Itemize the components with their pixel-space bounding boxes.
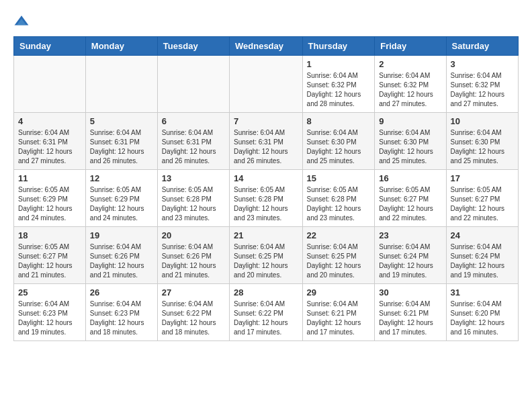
logo [13,13,32,30]
day-info: Sunrise: 6:05 AM Sunset: 6:27 PM Dayligh… [18,242,81,280]
calendar-day-25: 25Sunrise: 6:04 AM Sunset: 6:23 PM Dayli… [14,284,86,341]
day-number: 27 [162,287,225,298]
day-info: Sunrise: 6:05 AM Sunset: 6:29 PM Dayligh… [18,185,81,223]
day-number: 25 [18,287,81,298]
day-info: Sunrise: 6:05 AM Sunset: 6:29 PM Dayligh… [90,185,153,223]
day-number: 11 [18,173,81,183]
day-info: Sunrise: 6:04 AM Sunset: 6:31 PM Dayligh… [18,128,81,166]
calendar-day-19: 19Sunrise: 6:04 AM Sunset: 6:26 PM Dayli… [85,227,157,284]
day-info: Sunrise: 6:04 AM Sunset: 6:32 PM Dayligh… [379,71,441,109]
day-number: 23 [379,230,441,240]
day-info: Sunrise: 6:04 AM Sunset: 6:24 PM Dayligh… [451,242,514,280]
calendar-week-row: 11Sunrise: 6:05 AM Sunset: 6:29 PM Dayli… [14,170,519,227]
calendar-day-8: 8Sunrise: 6:04 AM Sunset: 6:30 PM Daylig… [302,113,375,170]
calendar-week-row: 4Sunrise: 6:04 AM Sunset: 6:31 PM Daylig… [14,113,519,170]
day-number: 17 [451,173,514,183]
calendar-day-2: 2Sunrise: 6:04 AM Sunset: 6:32 PM Daylig… [375,56,446,113]
day-number: 16 [379,173,441,183]
day-number: 9 [379,116,441,126]
calendar-day-31: 31Sunrise: 6:04 AM Sunset: 6:20 PM Dayli… [446,284,518,341]
calendar-day-3: 3Sunrise: 6:04 AM Sunset: 6:32 PM Daylig… [446,56,518,113]
day-info: Sunrise: 6:04 AM Sunset: 6:25 PM Dayligh… [234,242,298,280]
day-info: Sunrise: 6:05 AM Sunset: 6:28 PM Dayligh… [162,185,225,223]
weekday-header-thursday: Thursday [302,37,375,56]
weekday-header-tuesday: Tuesday [157,37,229,56]
calendar-day-21: 21Sunrise: 6:04 AM Sunset: 6:25 PM Dayli… [230,227,303,284]
day-number: 3 [451,59,514,69]
calendar-table: SundayMondayTuesdayWednesdayThursdayFrid… [13,36,519,341]
calendar-day-empty [230,56,303,113]
calendar-day-29: 29Sunrise: 6:04 AM Sunset: 6:21 PM Dayli… [302,284,375,341]
day-number: 18 [18,230,81,240]
day-info: Sunrise: 6:04 AM Sunset: 6:31 PM Dayligh… [234,128,298,166]
calendar-day-1: 1Sunrise: 6:04 AM Sunset: 6:32 PM Daylig… [302,56,375,113]
day-number: 31 [451,287,514,298]
weekday-header-friday: Friday [375,37,446,56]
day-info: Sunrise: 6:04 AM Sunset: 6:21 PM Dayligh… [307,300,371,337]
calendar-day-15: 15Sunrise: 6:05 AM Sunset: 6:28 PM Dayli… [302,170,375,227]
calendar-day-empty [85,56,157,113]
calendar-day-7: 7Sunrise: 6:04 AM Sunset: 6:31 PM Daylig… [230,113,303,170]
calendar-day-16: 16Sunrise: 6:05 AM Sunset: 6:27 PM Dayli… [375,170,446,227]
day-info: Sunrise: 6:04 AM Sunset: 6:20 PM Dayligh… [451,300,514,337]
day-info: Sunrise: 6:05 AM Sunset: 6:28 PM Dayligh… [234,185,298,223]
day-number: 15 [307,173,371,183]
calendar-day-22: 22Sunrise: 6:04 AM Sunset: 6:25 PM Dayli… [302,227,375,284]
page-header [13,13,519,30]
day-number: 21 [234,230,298,240]
calendar-week-row: 1Sunrise: 6:04 AM Sunset: 6:32 PM Daylig… [14,56,519,113]
day-info: Sunrise: 6:04 AM Sunset: 6:21 PM Dayligh… [379,300,441,337]
day-info: Sunrise: 6:04 AM Sunset: 6:31 PM Dayligh… [162,128,225,166]
day-info: Sunrise: 6:04 AM Sunset: 6:22 PM Dayligh… [234,300,298,337]
calendar-day-empty [14,56,86,113]
calendar-day-24: 24Sunrise: 6:04 AM Sunset: 6:24 PM Dayli… [446,227,518,284]
day-info: Sunrise: 6:04 AM Sunset: 6:30 PM Dayligh… [451,128,514,166]
calendar-day-13: 13Sunrise: 6:05 AM Sunset: 6:28 PM Dayli… [157,170,229,227]
calendar-day-30: 30Sunrise: 6:04 AM Sunset: 6:21 PM Dayli… [375,284,446,341]
day-number: 19 [90,230,153,240]
day-number: 30 [379,287,441,298]
calendar-day-14: 14Sunrise: 6:05 AM Sunset: 6:28 PM Dayli… [230,170,303,227]
calendar-day-9: 9Sunrise: 6:04 AM Sunset: 6:30 PM Daylig… [375,113,446,170]
day-info: Sunrise: 6:04 AM Sunset: 6:32 PM Dayligh… [307,71,371,109]
calendar-week-row: 18Sunrise: 6:05 AM Sunset: 6:27 PM Dayli… [14,227,519,284]
calendar-day-5: 5Sunrise: 6:04 AM Sunset: 6:31 PM Daylig… [85,113,157,170]
calendar-day-27: 27Sunrise: 6:04 AM Sunset: 6:22 PM Dayli… [157,284,229,341]
calendar-day-17: 17Sunrise: 6:05 AM Sunset: 6:27 PM Dayli… [446,170,518,227]
calendar-day-23: 23Sunrise: 6:04 AM Sunset: 6:24 PM Dayli… [375,227,446,284]
day-number: 4 [18,116,81,126]
calendar-day-18: 18Sunrise: 6:05 AM Sunset: 6:27 PM Dayli… [14,227,86,284]
calendar-day-10: 10Sunrise: 6:04 AM Sunset: 6:30 PM Dayli… [446,113,518,170]
day-number: 10 [451,116,514,126]
weekday-header-monday: Monday [85,37,157,56]
calendar-day-4: 4Sunrise: 6:04 AM Sunset: 6:31 PM Daylig… [14,113,86,170]
day-number: 1 [307,59,371,69]
calendar-week-row: 25Sunrise: 6:04 AM Sunset: 6:23 PM Dayli… [14,284,519,341]
day-info: Sunrise: 6:05 AM Sunset: 6:27 PM Dayligh… [379,185,441,223]
day-number: 13 [162,173,225,183]
calendar-day-empty [157,56,229,113]
day-number: 2 [379,59,441,69]
day-info: Sunrise: 6:04 AM Sunset: 6:22 PM Dayligh… [162,300,225,337]
day-info: Sunrise: 6:04 AM Sunset: 6:30 PM Dayligh… [379,128,441,166]
day-number: 20 [162,230,225,240]
calendar-day-20: 20Sunrise: 6:04 AM Sunset: 6:26 PM Dayli… [157,227,229,284]
day-info: Sunrise: 6:04 AM Sunset: 6:26 PM Dayligh… [162,242,225,280]
day-number: 7 [234,116,298,126]
calendar-day-11: 11Sunrise: 6:05 AM Sunset: 6:29 PM Dayli… [14,170,86,227]
day-info: Sunrise: 6:04 AM Sunset: 6:32 PM Dayligh… [451,71,514,109]
weekday-header-sunday: Sunday [14,37,86,56]
day-info: Sunrise: 6:04 AM Sunset: 6:26 PM Dayligh… [90,242,153,280]
day-number: 6 [162,116,225,126]
day-info: Sunrise: 6:04 AM Sunset: 6:25 PM Dayligh… [307,242,371,280]
day-info: Sunrise: 6:04 AM Sunset: 6:23 PM Dayligh… [90,300,153,337]
logo-icon [13,13,30,30]
day-number: 29 [307,287,371,298]
day-info: Sunrise: 6:04 AM Sunset: 6:23 PM Dayligh… [18,300,81,337]
day-number: 24 [451,230,514,240]
day-info: Sunrise: 6:05 AM Sunset: 6:27 PM Dayligh… [451,185,514,223]
day-number: 22 [307,230,371,240]
calendar-day-28: 28Sunrise: 6:04 AM Sunset: 6:22 PM Dayli… [230,284,303,341]
day-info: Sunrise: 6:04 AM Sunset: 6:30 PM Dayligh… [307,128,371,166]
weekday-header-saturday: Saturday [446,37,518,56]
